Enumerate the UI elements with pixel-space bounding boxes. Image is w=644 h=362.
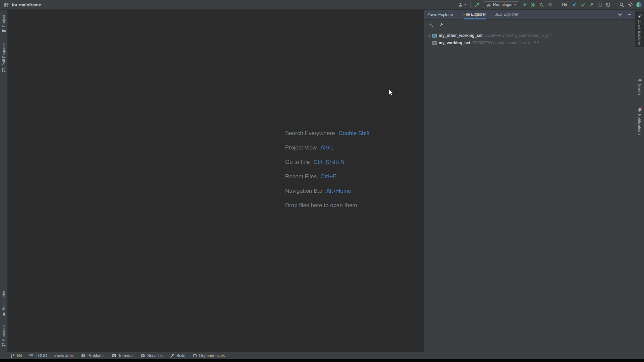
stop-button <box>547 2 553 7</box>
undo-icon <box>605 2 611 7</box>
clock-icon <box>597 2 602 7</box>
sidebar-item-zowe-explorer[interactable]: Z Zowe Explorer <box>635 11 644 47</box>
tool-button-label: TODO <box>36 353 47 358</box>
shortcut-hints-panel: Search Everywhere Double Shift Project V… <box>285 126 370 213</box>
panel-hide-button[interactable] <box>627 12 632 17</box>
update-project-icon <box>572 2 577 7</box>
tab-file-explorer[interactable]: File Explorer <box>464 10 486 19</box>
git-branch-icon <box>10 353 15 358</box>
run-button[interactable] <box>522 2 528 7</box>
toolwindow-services[interactable]: Services <box>141 353 163 358</box>
working-set-detail: ZOSMFAD on my_connection_to_2.3 <box>473 41 539 45</box>
working-set-icon <box>432 41 437 45</box>
rollback-button[interactable] <box>605 2 611 7</box>
tool-window-header: Zowe Explorer: File Explorer JES Explore… <box>424 10 635 20</box>
toolbar-divider <box>470 2 471 8</box>
run-with-coverage-button[interactable]: C <box>539 2 544 7</box>
shortcut-action: Search Everywhere <box>285 130 335 137</box>
shortcut-row: Go to File Ctrl+Shift+N <box>285 155 370 169</box>
tool-button-label: Zowe Explorer <box>638 20 642 45</box>
chevron-down-icon <box>514 4 516 5</box>
toolwindow-problems[interactable]: Problems <box>81 353 105 358</box>
hammer-icon <box>475 2 480 7</box>
tab-jes-explorer[interactable]: JES Explorer <box>495 10 519 19</box>
problems-icon <box>81 353 86 358</box>
titlebar-project: for-mainframe <box>3 2 41 8</box>
shortcut-row: Search Everywhere Double Shift <box>285 126 370 140</box>
sidebar-item-project[interactable]: Project <box>0 13 7 35</box>
add-working-set-button[interactable] <box>428 22 433 27</box>
left-tool-stripe: Project Pull Requests Bookmarks <box>0 10 8 352</box>
tool-button-label: Gradle <box>638 84 642 96</box>
run-configuration-dropdown[interactable]: Run plugin <box>483 1 519 8</box>
history-button <box>597 2 602 7</box>
search-everywhere-button[interactable] <box>619 2 625 7</box>
run-play-icon <box>522 2 528 7</box>
edit-settings-button[interactable] <box>438 22 444 27</box>
shortcut-action: Go to File <box>285 159 310 166</box>
tool-button-label: Pull Requests <box>2 42 6 66</box>
tool-button-label: Terminal <box>118 353 133 358</box>
tool-button-label: Dependencies <box>199 353 225 358</box>
terminal-icon <box>112 353 116 358</box>
shortcut-keys: Ctrl+Shift+N <box>314 159 345 166</box>
tool-button-label: Notifications <box>638 114 642 135</box>
shortcut-row: Project View Alt+1 <box>285 140 370 155</box>
titlebar: for-mainframe <box>0 0 644 10</box>
tree-row-working-set[interactable]: my_working_set ZOSMFAD on my_connection_… <box>424 39 635 47</box>
user-account-button[interactable] <box>458 2 466 7</box>
panel-header-actions <box>618 10 632 19</box>
sidebar-item-gradle[interactable]: Gradle <box>635 75 644 97</box>
git-push-button[interactable] <box>589 2 594 7</box>
editor-empty-area: Search Everywhere Double Shift Project V… <box>8 10 424 352</box>
build-hammer-button[interactable] <box>475 2 480 7</box>
toolwindow-zowe-jobs[interactable]: Zowe Jobs <box>54 353 74 358</box>
toolwindow-dependencies[interactable]: Dependencies <box>193 353 225 358</box>
panel-toolbar <box>424 20 635 30</box>
wrench-icon <box>438 22 444 27</box>
push-arrow-icon <box>589 2 594 7</box>
tool-button-label: Project <box>2 15 6 27</box>
bookmark-icon <box>2 312 6 316</box>
tool-button-label: Git <box>17 353 22 358</box>
todo-list-icon <box>29 353 34 358</box>
svg-text:Z: Z <box>639 15 640 17</box>
drop-files-hint: Drop files here to open them <box>285 198 370 213</box>
bottom-black-strip <box>0 359 644 362</box>
panel-title: Zowe Explorer: <box>427 10 454 19</box>
user-icon <box>458 2 463 7</box>
project-title: for-mainframe <box>12 2 41 7</box>
tool-button-label: Services <box>147 353 163 358</box>
toolwindow-todo[interactable]: TODO <box>29 353 47 358</box>
git-update-button[interactable] <box>572 2 577 7</box>
settings-button[interactable] <box>628 2 633 7</box>
dependencies-icon <box>193 353 197 358</box>
sidebar-item-pull-requests[interactable]: Pull Requests <box>0 40 7 74</box>
panel-settings-button[interactable] <box>618 12 622 17</box>
expand-chevron-icon[interactable] <box>427 34 432 38</box>
debug-button[interactable] <box>531 2 536 7</box>
shortcut-action: Project View <box>285 144 317 151</box>
toolwindow-build[interactable]: Build <box>170 353 185 358</box>
space-orb-button[interactable] <box>636 2 642 8</box>
tool-button-label: Bookmarks <box>2 291 6 310</box>
sidebar-item-notifications[interactable]: Notifications <box>635 106 644 137</box>
tool-button-label: Zowe Jobs <box>54 353 74 358</box>
sidebar-item-structure[interactable]: Structure <box>0 323 7 349</box>
toolwindow-terminal[interactable]: Terminal <box>112 353 133 358</box>
tree-row-working-set[interactable]: my_other_working_set ZOSMFAD on my_conne… <box>424 32 635 39</box>
toolwindow-git[interactable]: Git <box>10 353 22 358</box>
services-icon <box>141 353 145 358</box>
shortcut-action: Recent Files <box>285 173 317 180</box>
shortcut-keys: Alt+Home <box>326 188 352 194</box>
gear-icon <box>618 12 622 17</box>
project-folder-icon <box>3 2 9 8</box>
commit-check-icon <box>580 2 586 7</box>
sidebar-item-bookmarks[interactable]: Bookmarks <box>0 289 7 318</box>
gear-icon <box>628 2 633 7</box>
git-commit-button[interactable] <box>580 2 586 7</box>
gradle-icon <box>637 77 642 82</box>
debug-bug-icon <box>531 2 536 7</box>
shortcut-row: Navigation Bar Alt+Home <box>285 184 370 198</box>
tool-button-label: Problems <box>88 353 105 358</box>
